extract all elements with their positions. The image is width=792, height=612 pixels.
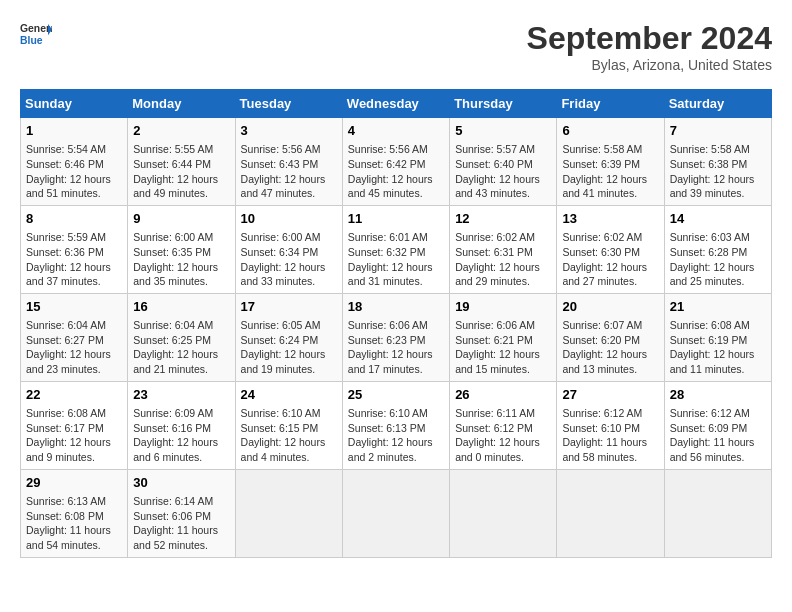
day-cell-19: 19Sunrise: 6:06 AM Sunset: 6:21 PM Dayli… — [450, 293, 557, 381]
week-row-5: 29Sunrise: 6:13 AM Sunset: 6:08 PM Dayli… — [21, 469, 772, 557]
day-info: Sunrise: 6:12 AM Sunset: 6:10 PM Dayligh… — [562, 406, 658, 465]
day-number: 30 — [133, 474, 229, 492]
day-number: 8 — [26, 210, 122, 228]
empty-cell — [342, 469, 449, 557]
day-info: Sunrise: 5:56 AM Sunset: 6:43 PM Dayligh… — [241, 142, 337, 201]
day-cell-7: 7Sunrise: 5:58 AM Sunset: 6:38 PM Daylig… — [664, 118, 771, 206]
day-info: Sunrise: 6:06 AM Sunset: 6:21 PM Dayligh… — [455, 318, 551, 377]
day-number: 20 — [562, 298, 658, 316]
day-info: Sunrise: 6:00 AM Sunset: 6:34 PM Dayligh… — [241, 230, 337, 289]
day-number: 4 — [348, 122, 444, 140]
day-cell-10: 10Sunrise: 6:00 AM Sunset: 6:34 PM Dayli… — [235, 205, 342, 293]
day-cell-3: 3Sunrise: 5:56 AM Sunset: 6:43 PM Daylig… — [235, 118, 342, 206]
day-number: 6 — [562, 122, 658, 140]
day-number: 27 — [562, 386, 658, 404]
day-cell-26: 26Sunrise: 6:11 AM Sunset: 6:12 PM Dayli… — [450, 381, 557, 469]
svg-text:Blue: Blue — [20, 35, 43, 46]
day-info: Sunrise: 5:58 AM Sunset: 6:39 PM Dayligh… — [562, 142, 658, 201]
week-row-2: 8Sunrise: 5:59 AM Sunset: 6:36 PM Daylig… — [21, 205, 772, 293]
calendar-header-row: SundayMondayTuesdayWednesdayThursdayFrid… — [21, 90, 772, 118]
day-info: Sunrise: 6:10 AM Sunset: 6:13 PM Dayligh… — [348, 406, 444, 465]
day-cell-6: 6Sunrise: 5:58 AM Sunset: 6:39 PM Daylig… — [557, 118, 664, 206]
day-number: 12 — [455, 210, 551, 228]
day-cell-29: 29Sunrise: 6:13 AM Sunset: 6:08 PM Dayli… — [21, 469, 128, 557]
day-number: 1 — [26, 122, 122, 140]
day-number: 14 — [670, 210, 766, 228]
day-info: Sunrise: 5:54 AM Sunset: 6:46 PM Dayligh… — [26, 142, 122, 201]
day-cell-21: 21Sunrise: 6:08 AM Sunset: 6:19 PM Dayli… — [664, 293, 771, 381]
day-cell-12: 12Sunrise: 6:02 AM Sunset: 6:31 PM Dayli… — [450, 205, 557, 293]
day-info: Sunrise: 6:04 AM Sunset: 6:25 PM Dayligh… — [133, 318, 229, 377]
day-number: 25 — [348, 386, 444, 404]
day-number: 9 — [133, 210, 229, 228]
day-cell-20: 20Sunrise: 6:07 AM Sunset: 6:20 PM Dayli… — [557, 293, 664, 381]
day-number: 17 — [241, 298, 337, 316]
empty-cell — [450, 469, 557, 557]
day-cell-18: 18Sunrise: 6:06 AM Sunset: 6:23 PM Dayli… — [342, 293, 449, 381]
day-number: 11 — [348, 210, 444, 228]
calendar-title: September 2024 — [527, 20, 772, 57]
day-info: Sunrise: 5:59 AM Sunset: 6:36 PM Dayligh… — [26, 230, 122, 289]
day-info: Sunrise: 6:01 AM Sunset: 6:32 PM Dayligh… — [348, 230, 444, 289]
header-saturday: Saturday — [664, 90, 771, 118]
day-number: 7 — [670, 122, 766, 140]
day-number: 3 — [241, 122, 337, 140]
empty-cell — [664, 469, 771, 557]
day-number: 10 — [241, 210, 337, 228]
day-info: Sunrise: 6:11 AM Sunset: 6:12 PM Dayligh… — [455, 406, 551, 465]
day-info: Sunrise: 6:06 AM Sunset: 6:23 PM Dayligh… — [348, 318, 444, 377]
day-info: Sunrise: 6:02 AM Sunset: 6:30 PM Dayligh… — [562, 230, 658, 289]
logo: General Blue — [20, 20, 52, 52]
day-info: Sunrise: 5:56 AM Sunset: 6:42 PM Dayligh… — [348, 142, 444, 201]
day-number: 21 — [670, 298, 766, 316]
day-cell-13: 13Sunrise: 6:02 AM Sunset: 6:30 PM Dayli… — [557, 205, 664, 293]
title-block: September 2024 Bylas, Arizona, United St… — [527, 20, 772, 73]
day-cell-30: 30Sunrise: 6:14 AM Sunset: 6:06 PM Dayli… — [128, 469, 235, 557]
day-info: Sunrise: 6:04 AM Sunset: 6:27 PM Dayligh… — [26, 318, 122, 377]
day-number: 2 — [133, 122, 229, 140]
day-number: 24 — [241, 386, 337, 404]
week-row-3: 15Sunrise: 6:04 AM Sunset: 6:27 PM Dayli… — [21, 293, 772, 381]
day-cell-25: 25Sunrise: 6:10 AM Sunset: 6:13 PM Dayli… — [342, 381, 449, 469]
logo-bird-icon: General Blue — [20, 20, 52, 52]
day-cell-24: 24Sunrise: 6:10 AM Sunset: 6:15 PM Dayli… — [235, 381, 342, 469]
day-info: Sunrise: 6:05 AM Sunset: 6:24 PM Dayligh… — [241, 318, 337, 377]
day-info: Sunrise: 6:00 AM Sunset: 6:35 PM Dayligh… — [133, 230, 229, 289]
day-number: 26 — [455, 386, 551, 404]
day-number: 5 — [455, 122, 551, 140]
day-cell-14: 14Sunrise: 6:03 AM Sunset: 6:28 PM Dayli… — [664, 205, 771, 293]
header-tuesday: Tuesday — [235, 90, 342, 118]
empty-cell — [557, 469, 664, 557]
day-cell-27: 27Sunrise: 6:12 AM Sunset: 6:10 PM Dayli… — [557, 381, 664, 469]
week-row-4: 22Sunrise: 6:08 AM Sunset: 6:17 PM Dayli… — [21, 381, 772, 469]
day-cell-5: 5Sunrise: 5:57 AM Sunset: 6:40 PM Daylig… — [450, 118, 557, 206]
day-number: 19 — [455, 298, 551, 316]
day-number: 18 — [348, 298, 444, 316]
day-cell-22: 22Sunrise: 6:08 AM Sunset: 6:17 PM Dayli… — [21, 381, 128, 469]
day-cell-8: 8Sunrise: 5:59 AM Sunset: 6:36 PM Daylig… — [21, 205, 128, 293]
day-info: Sunrise: 6:03 AM Sunset: 6:28 PM Dayligh… — [670, 230, 766, 289]
day-info: Sunrise: 6:08 AM Sunset: 6:17 PM Dayligh… — [26, 406, 122, 465]
day-number: 23 — [133, 386, 229, 404]
day-cell-2: 2Sunrise: 5:55 AM Sunset: 6:44 PM Daylig… — [128, 118, 235, 206]
header-thursday: Thursday — [450, 90, 557, 118]
day-number: 22 — [26, 386, 122, 404]
header-sunday: Sunday — [21, 90, 128, 118]
day-cell-28: 28Sunrise: 6:12 AM Sunset: 6:09 PM Dayli… — [664, 381, 771, 469]
day-info: Sunrise: 5:55 AM Sunset: 6:44 PM Dayligh… — [133, 142, 229, 201]
day-info: Sunrise: 6:09 AM Sunset: 6:16 PM Dayligh… — [133, 406, 229, 465]
day-cell-4: 4Sunrise: 5:56 AM Sunset: 6:42 PM Daylig… — [342, 118, 449, 206]
day-info: Sunrise: 5:58 AM Sunset: 6:38 PM Dayligh… — [670, 142, 766, 201]
day-cell-23: 23Sunrise: 6:09 AM Sunset: 6:16 PM Dayli… — [128, 381, 235, 469]
day-cell-9: 9Sunrise: 6:00 AM Sunset: 6:35 PM Daylig… — [128, 205, 235, 293]
day-cell-11: 11Sunrise: 6:01 AM Sunset: 6:32 PM Dayli… — [342, 205, 449, 293]
week-row-1: 1Sunrise: 5:54 AM Sunset: 6:46 PM Daylig… — [21, 118, 772, 206]
day-info: Sunrise: 5:57 AM Sunset: 6:40 PM Dayligh… — [455, 142, 551, 201]
day-cell-1: 1Sunrise: 5:54 AM Sunset: 6:46 PM Daylig… — [21, 118, 128, 206]
day-info: Sunrise: 6:12 AM Sunset: 6:09 PM Dayligh… — [670, 406, 766, 465]
empty-cell — [235, 469, 342, 557]
day-info: Sunrise: 6:02 AM Sunset: 6:31 PM Dayligh… — [455, 230, 551, 289]
header-wednesday: Wednesday — [342, 90, 449, 118]
day-info: Sunrise: 6:14 AM Sunset: 6:06 PM Dayligh… — [133, 494, 229, 553]
page-header: General Blue September 2024 Bylas, Arizo… — [20, 20, 772, 73]
